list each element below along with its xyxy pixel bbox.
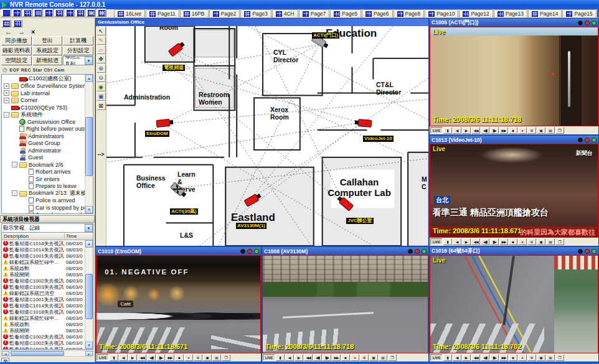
record-button[interactable]: ● [351,354,359,361]
dual-view-button[interactable]: ❐ [222,354,230,361]
stop-button[interactable]: ■ [509,354,517,361]
event-row[interactable]: 監看頻道C1018失去視訊 08/03/0 [2,240,85,246]
toolbar-mode-dropdown[interactable]: 停用工具列 ▼ [63,56,93,65]
rewind-button[interactable]: ◀◀ [471,238,480,245]
camera-label-acti-30[interactable]: ACTi(30萬) [170,208,198,215]
play-reverse-button[interactable]: ◀ [119,354,128,361]
live-button[interactable]: LIVE [430,238,443,245]
layout-9-button[interactable] [22,9,32,17]
tab-page8[interactable]: Page8 [394,9,425,17]
rewind-button[interactable]: ◀◀ [471,354,480,361]
zoom-out-tool[interactable]: ⊖ [97,73,106,82]
goto-start-button[interactable]: ▮ [110,354,118,361]
tab-page5[interactable]: Page5 [330,9,361,17]
fast-forward-button[interactable]: ▶▶ [499,127,508,134]
play-reverse-button[interactable]: ◀ [453,354,461,361]
layout-extra2-button[interactable] [12,19,22,27]
play-button[interactable]: ▶ [462,354,471,361]
snapshot-button[interactable]: ▣ [203,354,212,361]
event-row[interactable]: 監看頻道C1002失去視訊 08/03/0 [2,346,85,349]
scroll-up-icon[interactable]: ▲ [85,75,93,82]
step-forward-button[interactable]: ▮▶ [490,354,499,361]
scroll-thumb[interactable] [85,117,93,177]
select-tool[interactable]: ↖ [97,27,106,35]
scroll-down-icon[interactable]: ▼ [85,342,93,349]
expand-toggle[interactable]: - [12,190,17,196]
step-back-button[interactable]: ◀▮ [481,238,489,245]
dual-view-button[interactable]: ❐ [555,238,564,245]
tab-page6[interactable]: Page6 [362,9,393,17]
tab-4ch[interactable]: 4CH [272,9,298,17]
event-row[interactable]: 錄影錯誤系統已清空 08/03/0 [2,290,85,296]
camera-titlebar[interactable]: C1010 (EtroDOM) [96,247,261,255]
snapshot-button[interactable]: ▣ [537,238,545,245]
camera-video[interactable]: 01. NEGATIVE OFF Café Time: 2008/3/6 11:… [96,255,261,353]
event-row[interactable]: 系統啟動 08/03/0 [2,265,85,271]
camera-marker-videojet10[interactable] [358,119,372,128]
stop-button[interactable]: ■ [175,354,184,361]
camera-video[interactable]: Live Time: 2008/3/6 11:11:18.718 [430,27,598,126]
event-row[interactable]: 監看頻道C1001失去視訊 08/03/0 [2,253,85,259]
zoom-button[interactable]: ⊕ [527,238,536,245]
tree-item-administrator[interactable]: Administrator [2,147,85,154]
event-row[interactable]: 系統啟動 08/03/0 [2,321,85,327]
add-channel-button[interactable]: 新增頻道 [32,56,63,65]
goto-start-button[interactable]: ▮ [443,238,452,245]
scroll-up-icon[interactable]: ▲ [85,240,93,248]
layout-10-button[interactable]: 10 [86,9,96,17]
camera-label-etrodom[interactable]: EtroDOM [145,131,169,137]
zoom-in-tool[interactable]: ⊕ [97,64,106,73]
rewind-button[interactable]: ◀◀ [138,354,146,361]
rewind-button[interactable]: ◀◀ [471,127,480,134]
event-row[interactable]: 監看頻道C1002失去視訊 08/03/0 [2,340,85,346]
live-button[interactable]: LIVE [263,354,275,361]
stop-button[interactable]: ■ [509,238,517,245]
event-row[interactable]: 錄影錯誤系統忙碌中... 08/03/0 [2,259,85,265]
record-button[interactable]: ● [184,354,193,361]
event-list-button[interactable]: ▤ [212,354,221,361]
snapshot-button[interactable]: ▣ [369,354,378,361]
tree-item[interactable]: Car is being towed away [2,212,85,214]
step-back-button[interactable]: ◀▮ [313,354,322,361]
dual-view-button[interactable]: ❐ [555,127,564,134]
layout-4-button[interactable] [12,9,22,17]
scroll-down-icon[interactable]: ▼ [85,206,93,213]
floorplan-title[interactable]: Geniusvision Office [96,19,428,26]
draw-tool[interactable]: ✎ [97,36,106,45]
play-reverse-button[interactable]: ◀ [285,354,294,361]
live-button[interactable]: LIVE [97,354,109,361]
camera-titlebar[interactable]: C1016 (64號54弄口) [430,247,598,255]
tree-item[interactable]: Police is arrived [2,197,85,205]
layout-extra1-button[interactable] [1,19,11,27]
column-description[interactable]: Description [2,233,65,239]
layout-single-button[interactable] [1,9,11,17]
play-button[interactable]: ▶ [128,354,137,361]
zoom-button[interactable]: ⊕ [527,354,536,361]
event-row[interactable]: 監看頻道C1014失去視訊 08/03/0 [2,246,85,253]
event-list-button[interactable]: ▤ [546,238,555,245]
record-button[interactable]: ● [518,238,527,245]
tree-item-c1020[interactable]: C1020(IQEye 753) [2,104,85,111]
close-view-button[interactable]: × [31,29,35,35]
goto-start-button[interactable]: ▮ [443,127,452,134]
dual-view-button[interactable]: ❐ [388,354,397,361]
event-row[interactable]: 錄影錯誤系統忙碌中... 08/03/0 [2,315,85,321]
save-tool[interactable]: ▣ [97,92,106,101]
browse-tool[interactable]: ◉ [97,83,106,91]
sync-playback-button[interactable]: 同步播放 [1,36,32,45]
event-row[interactable]: 監看頻道C1001失去視訊 08/03/0 [2,296,85,302]
tab-page3[interactable]: Page3 [240,9,271,17]
chevron-down-icon[interactable]: ▼ [85,224,93,232]
zoom-button[interactable]: ⊕ [360,354,369,361]
step-forward-button[interactable]: ▮▶ [490,238,499,245]
expand-toggle[interactable]: - [12,162,17,167]
camera-video[interactable]: 新聞台 台北 看準三通 精品亞洲頂艦搶攻台 的科里因為大家都喜歡往 Live T… [430,144,598,238]
tab-page12[interactable]: Page12 [459,9,493,17]
tree-item-guest-group[interactable]: Guest Group [2,140,85,147]
live-button[interactable]: LIVE [430,354,443,361]
goto-start-button[interactable]: ▮ [443,354,452,361]
event-list-button[interactable]: ▤ [379,354,387,361]
tree-item-geniusvision-office[interactable]: Geniusvision Office [2,118,85,126]
stop-button[interactable]: ■ [341,354,350,361]
dual-view-button[interactable]: ❐ [555,354,564,361]
